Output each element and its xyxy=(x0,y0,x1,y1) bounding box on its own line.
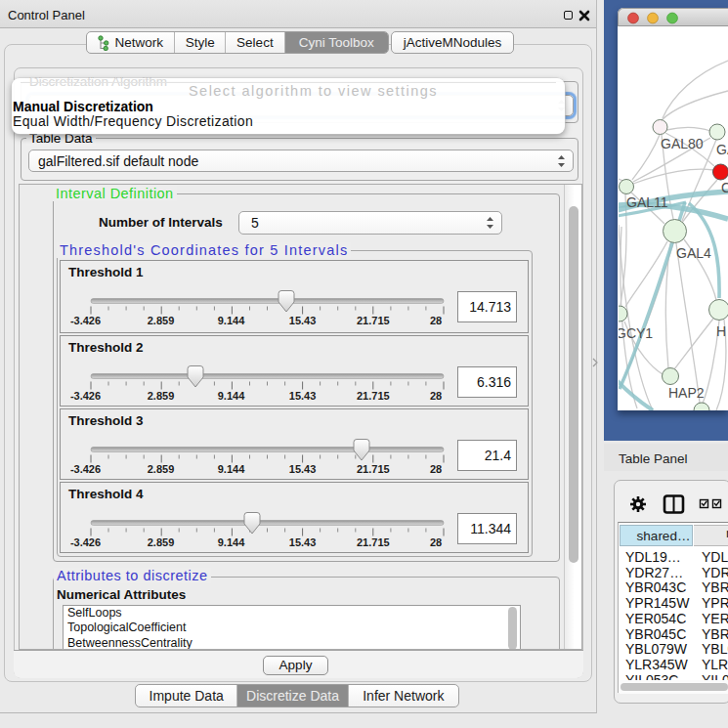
svg-text:HAP2: HAP2 xyxy=(668,385,705,401)
svg-text:28: 28 xyxy=(430,536,442,548)
svg-text:28: 28 xyxy=(430,463,442,475)
svg-text:GAL11: GAL11 xyxy=(626,194,668,210)
svg-text:2.859: 2.859 xyxy=(148,315,175,326)
svg-text:GAL80: GAL80 xyxy=(661,136,704,151)
svg-text:21.715: 21.715 xyxy=(357,390,390,402)
svg-text:-3.426: -3.426 xyxy=(70,536,101,548)
svg-text:-3.426: -3.426 xyxy=(70,390,101,402)
svg-text:15.43: 15.43 xyxy=(289,536,317,548)
svg-text:9.144: 9.144 xyxy=(218,315,245,326)
svg-text:21.715: 21.715 xyxy=(357,536,390,548)
svg-text:GA: GA xyxy=(716,142,728,157)
svg-text:-3.426: -3.426 xyxy=(70,463,101,475)
svg-text:9.144: 9.144 xyxy=(218,390,245,402)
svg-text:GCY1: GCY1 xyxy=(619,325,653,341)
svg-text:2.859: 2.859 xyxy=(148,536,175,548)
svg-text:2.859: 2.859 xyxy=(148,390,175,402)
svg-text:21.715: 21.715 xyxy=(357,463,390,475)
svg-text:15.43: 15.43 xyxy=(289,390,317,402)
svg-text:28: 28 xyxy=(430,390,442,402)
svg-text:-3.426: -3.426 xyxy=(70,315,101,326)
svg-text:C: C xyxy=(721,180,728,195)
svg-text:H: H xyxy=(716,323,726,339)
svg-text:2.859: 2.859 xyxy=(148,463,175,475)
svg-text:15.43: 15.43 xyxy=(289,463,317,475)
svg-text:GAL4: GAL4 xyxy=(676,245,711,261)
svg-text:21.715: 21.715 xyxy=(357,315,390,326)
svg-text:15.43: 15.43 xyxy=(289,315,317,326)
svg-text:9.144: 9.144 xyxy=(218,463,245,475)
svg-text:9.144: 9.144 xyxy=(218,536,245,548)
svg-text:28: 28 xyxy=(430,315,442,326)
